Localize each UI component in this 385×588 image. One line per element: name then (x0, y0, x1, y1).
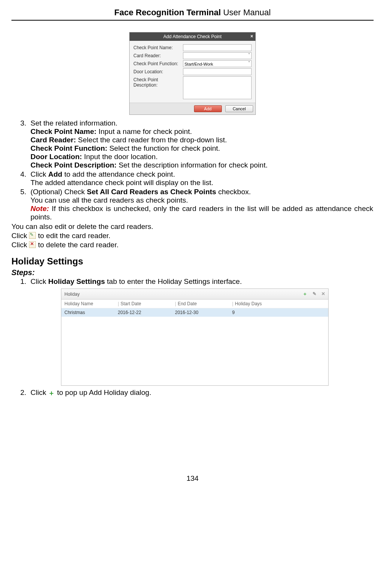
edit-delete-intro: You can also edit or delete the card rea… (11, 222, 374, 231)
label-check-point-function: Check Point Function: (133, 60, 183, 66)
label-check-point-description: Check Point Description: (133, 76, 183, 88)
cell-end-date: 2016-12-30 (175, 310, 232, 315)
step4-number: 4. (11, 170, 30, 187)
step5-note: Note: If this checkbox is unchecked, onl… (30, 205, 373, 221)
add-icon[interactable]: ＋ (303, 291, 307, 296)
delete-panel-icon[interactable]: ✕ (321, 291, 325, 296)
holiday-columns: Holiday Name Start Date End Date Holiday… (61, 300, 328, 308)
delete-line: Click to delete the card reader. (11, 241, 374, 249)
step3-reader: Card Reader: Select the card reader from… (30, 136, 268, 144)
check-point-name-input[interactable] (183, 44, 252, 51)
page-number: 134 (11, 474, 374, 483)
add-button[interactable]: Add (194, 105, 222, 112)
header-title-light: User Manual (221, 8, 271, 17)
add-holiday-icon[interactable]: ＋ (48, 389, 55, 397)
close-icon[interactable]: × (250, 34, 253, 39)
header-title-bold: Face Recognition Terminal (114, 8, 221, 17)
step4-line1: Click Add to add the attendance check po… (30, 170, 213, 179)
page-header: Face Recognition Terminal User Manual (11, 8, 374, 21)
label-check-point-name: Check Point Name: (133, 44, 183, 50)
step3-func: Check Point Function: Select the functio… (30, 144, 268, 153)
step5-number: 5. (11, 187, 30, 222)
delete-icon[interactable] (29, 241, 36, 248)
check-point-function-select[interactable]: Start/End-Work (183, 60, 252, 67)
card-reader-select[interactable] (183, 52, 252, 59)
step5-line2: You can use all the card readers as chec… (30, 196, 373, 205)
col-start-date: Start Date (118, 301, 175, 306)
hstep2-text: Click ＋ to pop up Add Holiday dialog. (30, 388, 151, 398)
step5-line1: (Optional) Check Set All Card Readers as… (30, 188, 373, 196)
label-door-location: Door Location: (133, 68, 183, 74)
step3-door: Door Location: Input the door location. (30, 153, 268, 161)
step3-number: 3. (11, 119, 30, 170)
step3-desc: Check Point Description: Set the descrip… (30, 161, 268, 169)
edit-panel-icon[interactable]: ✎ (313, 291, 316, 296)
holiday-panel: Holiday ＋ ✎ ✕ Holiday Name Start Date En… (61, 288, 329, 386)
hstep1-text: Click Holiday Settings tab to enter the … (30, 277, 242, 286)
add-attendance-dialog: Add Attendance Check Point × Check Point… (129, 32, 256, 115)
edit-icon[interactable] (29, 232, 36, 239)
step4-line2: The added attendance check point will di… (30, 179, 213, 187)
step3-name: Check Point Name: Input a name for check… (30, 127, 268, 136)
col-end-date: End Date (175, 301, 232, 306)
col-holiday-name: Holiday Name (64, 301, 118, 306)
holiday-settings-heading: Holiday Settings (11, 256, 374, 267)
steps-label: Steps: (11, 268, 374, 277)
table-row[interactable]: Christmas 2016-12-22 2016-12-30 9 (61, 308, 328, 317)
hstep2-number: 2. (11, 388, 30, 398)
cell-holiday-days: 9 (232, 310, 325, 315)
cancel-button[interactable]: Cancel (225, 105, 253, 112)
cell-holiday-name: Christmas (64, 310, 118, 315)
edit-line: Click to edit the card reader. (11, 232, 374, 240)
dialog-titlebar: Add Attendance Check Point × (130, 32, 255, 41)
col-holiday-days: Holiday Days (232, 301, 325, 306)
door-location-input[interactable] (183, 68, 252, 75)
dialog-title-text: Add Attendance Check Point (164, 34, 222, 39)
label-card-reader: Card Reader: (133, 52, 183, 58)
hstep1-number: 1. (11, 277, 30, 286)
holiday-panel-title: Holiday (64, 292, 80, 297)
cell-start-date: 2016-12-22 (118, 310, 175, 315)
step3-lead: Set the related information. (30, 119, 268, 127)
check-point-description-input[interactable] (183, 76, 252, 99)
